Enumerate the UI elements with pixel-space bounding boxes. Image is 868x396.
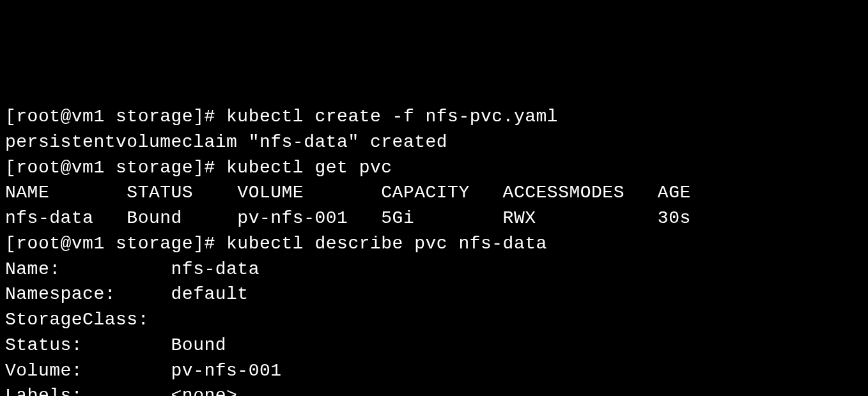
terminal-line: Status: Bound (5, 333, 863, 358)
terminal-line: [root@vm1 storage]# kubectl create -f nf… (5, 104, 863, 130)
terminal-line: Labels: <none> (5, 383, 863, 396)
terminal-line: [root@vm1 storage]# kubectl get pvc (5, 155, 863, 181)
terminal-line: NAME STATUS VOLUME CAPACITY ACCESSMODES … (5, 180, 863, 206)
terminal-line: nfs-data Bound pv-nfs-001 5Gi RWX 30s (5, 206, 863, 231)
terminal-line: Volume: pv-nfs-001 (5, 358, 863, 384)
terminal-line: Namespace: default (5, 282, 863, 307)
terminal-line: persistentvolumeclaim "nfs-data" created (5, 130, 863, 155)
terminal-line: Name: nfs-data (5, 257, 863, 282)
terminal-line: [root@vm1 storage]# kubectl describe pvc… (5, 231, 863, 257)
terminal-output[interactable]: [root@vm1 storage]# kubectl create -f nf… (5, 104, 863, 396)
terminal-line: StorageClass: (5, 307, 863, 333)
